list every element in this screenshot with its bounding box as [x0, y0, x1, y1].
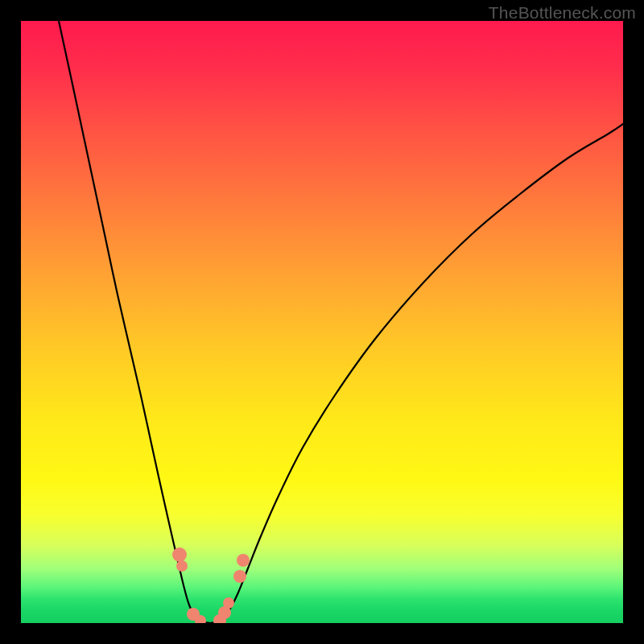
marker-dot	[172, 547, 187, 562]
marker-dot	[237, 554, 250, 567]
marker-dot	[176, 560, 188, 572]
curve-svg	[21, 21, 623, 623]
plot-area	[21, 21, 623, 623]
chart-frame: TheBottleneck.com	[0, 0, 644, 644]
marker-dot	[233, 570, 246, 583]
curve-left-branch	[59, 21, 210, 623]
watermark-text: TheBottleneck.com	[489, 3, 636, 23]
marker-dot	[223, 597, 234, 609]
curve-right-branch	[210, 124, 623, 623]
